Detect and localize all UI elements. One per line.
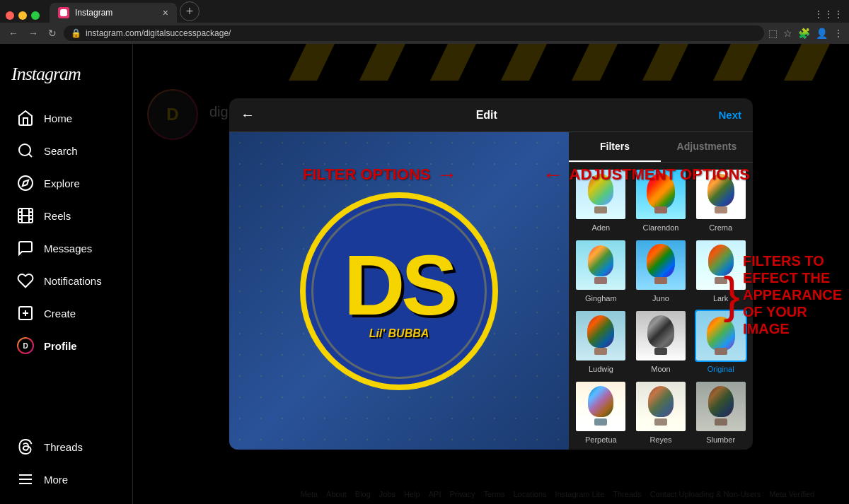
tab-title: Instagram xyxy=(75,8,112,18)
reels-icon xyxy=(17,207,34,224)
filter-thumbnail-slumber xyxy=(695,380,747,433)
filter-name-perpetua: Perpetua xyxy=(585,435,617,444)
adjustment-arrow-icon: ← xyxy=(543,163,564,187)
sidebar-label-search: Search xyxy=(44,145,78,157)
active-browser-tab[interactable]: Instagram × xyxy=(50,3,177,23)
address-bar[interactable]: 🔒 instagram.com/digitalsuccesspackage/ xyxy=(64,25,764,41)
filters-effect-annotation: } FILTERS TO EFFECT THE APPEARANCE OF YO… xyxy=(724,252,842,337)
ds-circle: DS Lil' BUBBA xyxy=(300,192,498,390)
filter-perpetua[interactable]: Perpetua xyxy=(572,377,630,447)
svg-point-2 xyxy=(18,176,33,190)
profile-icon: D xyxy=(17,337,34,354)
more-icon xyxy=(17,471,34,488)
modal-back-button[interactable]: ← xyxy=(241,107,255,123)
address-text: instagram.com/digitalsuccesspackage/ xyxy=(86,28,231,38)
sidebar-item-messages[interactable]: Messages xyxy=(6,233,127,264)
sidebar-item-explore[interactable]: Explore xyxy=(6,168,127,199)
tab-bar: Instagram × + ⋮⋮⋮ xyxy=(0,0,849,23)
reload-button[interactable]: ↻ xyxy=(45,26,59,40)
filter-thumbnail-gingham xyxy=(574,239,627,291)
filter-name-slumber: Slumber xyxy=(706,435,735,444)
svg-line-1 xyxy=(29,154,32,157)
modal-header: ← Edit Next xyxy=(229,98,753,132)
sidebar-label-messages: Messages xyxy=(44,242,92,254)
extensions-icon[interactable]: 🧩 xyxy=(798,28,810,39)
filter-thumbnail-juno xyxy=(635,239,687,291)
filter-slumber[interactable]: Slumber xyxy=(691,377,750,447)
filter-name-aden: Aden xyxy=(591,223,610,232)
filter-thumbnail-perpetua xyxy=(574,380,627,433)
maximize-traffic-light[interactable] xyxy=(31,11,40,20)
sidebar-label-notifications: Notifications xyxy=(44,275,102,287)
filter-thumbnail-reyes xyxy=(635,380,687,433)
profile-menu-icon[interactable]: 👤 xyxy=(816,28,828,39)
filter-gingham[interactable]: Gingham xyxy=(572,236,630,305)
new-tab-button[interactable]: + xyxy=(180,1,200,21)
tab-close-button[interactable]: × xyxy=(163,7,168,18)
sidebar-label-profile: Profile xyxy=(44,340,77,352)
sidebar-item-more[interactable]: More xyxy=(6,464,127,495)
sidebar-item-reels[interactable]: Reels xyxy=(6,200,127,231)
modal-overlay: ← Edit Next xyxy=(133,44,849,504)
tab-adjustments[interactable]: Adjustments xyxy=(661,132,753,162)
filter-tabs: Filters Adjustments xyxy=(569,132,753,163)
tab-favicon xyxy=(58,7,69,18)
main-layout: Instagram Home Search Explore Reels xyxy=(0,44,849,504)
filter-name-moon: Moon xyxy=(651,365,671,373)
filter-name-clarendon: Clarendon xyxy=(643,223,679,232)
sidebar-item-notifications[interactable]: Notifications xyxy=(6,265,127,296)
sidebar-item-threads[interactable]: Threads xyxy=(6,431,127,462)
filter-juno[interactable]: Juno xyxy=(632,236,691,305)
sidebar-item-home[interactable]: Home xyxy=(6,102,127,134)
forward-button[interactable]: → xyxy=(25,26,41,40)
modal-next-button[interactable]: Next xyxy=(718,109,741,121)
modal-title: Edit xyxy=(476,109,497,122)
sidebar-label-home: Home xyxy=(44,112,72,124)
adjustment-options-annotation: ← ADJUSTMENT OPTIONS xyxy=(543,163,750,187)
sidebar-label-explore: Explore xyxy=(44,177,80,189)
ds-logo-subtitle: Lil' BUBBA xyxy=(344,327,455,340)
home-icon xyxy=(17,110,34,127)
instagram-logo: Instagram xyxy=(0,52,132,102)
sidebar: Instagram Home Search Explore Reels xyxy=(0,44,133,504)
page-content: D digitalsuccesspackage Edit profile Vie… xyxy=(133,44,849,504)
edit-modal: ← Edit Next xyxy=(229,98,753,450)
sidebar-item-create[interactable]: Create xyxy=(6,298,127,329)
settings-icon[interactable]: ⋮ xyxy=(833,28,843,39)
chrome-menu-icon: ⋮⋮⋮ xyxy=(814,8,843,23)
minimize-traffic-light[interactable] xyxy=(18,11,27,20)
create-icon xyxy=(17,305,34,322)
filter-arrow-icon: → xyxy=(436,163,457,187)
back-button[interactable]: ← xyxy=(6,26,21,40)
cast-icon[interactable]: ⬚ xyxy=(768,28,778,39)
filter-name-juno: Juno xyxy=(652,294,669,303)
sidebar-label-create: Create xyxy=(44,307,76,320)
close-traffic-light[interactable] xyxy=(6,11,14,20)
bookmark-icon[interactable]: ☆ xyxy=(783,28,792,39)
ds-logo: DS Lil' BUBBA xyxy=(300,192,498,390)
notifications-icon xyxy=(17,272,34,289)
sidebar-label-reels: Reels xyxy=(44,210,71,222)
filter-reyes[interactable]: Reyes xyxy=(632,377,691,447)
filter-name-reyes: Reyes xyxy=(649,435,671,444)
threads-icon xyxy=(17,438,34,455)
filter-options-annotation: FILTER OPTIONS → xyxy=(303,163,457,187)
tab-filters[interactable]: Filters xyxy=(569,132,661,162)
filter-ludwig[interactable]: Ludwig xyxy=(572,307,630,376)
filter-moon[interactable]: Moon xyxy=(632,307,691,376)
ds-logo-text: DS xyxy=(344,242,455,327)
browser-nav-bar: ← → ↻ 🔒 instagram.com/digitalsuccesspack… xyxy=(0,23,849,44)
sidebar-label-threads: Threads xyxy=(44,441,83,453)
explore-icon xyxy=(17,175,34,192)
filter-name-gingham: Gingham xyxy=(585,294,617,303)
brace-icon: } xyxy=(724,270,740,320)
sidebar-item-search[interactable]: Search xyxy=(6,135,127,166)
messages-icon xyxy=(17,240,34,257)
filter-name-crema: Crema xyxy=(709,223,732,232)
sidebar-label-more: More xyxy=(44,474,68,486)
sidebar-item-profile[interactable]: D Profile xyxy=(6,330,127,361)
lock-icon: 🔒 xyxy=(71,28,81,38)
svg-point-0 xyxy=(19,144,30,156)
filter-name-original: Original xyxy=(708,365,734,373)
browser-chrome: Instagram × + ⋮⋮⋮ ← → ↻ 🔒 instagram.com/… xyxy=(0,0,849,44)
